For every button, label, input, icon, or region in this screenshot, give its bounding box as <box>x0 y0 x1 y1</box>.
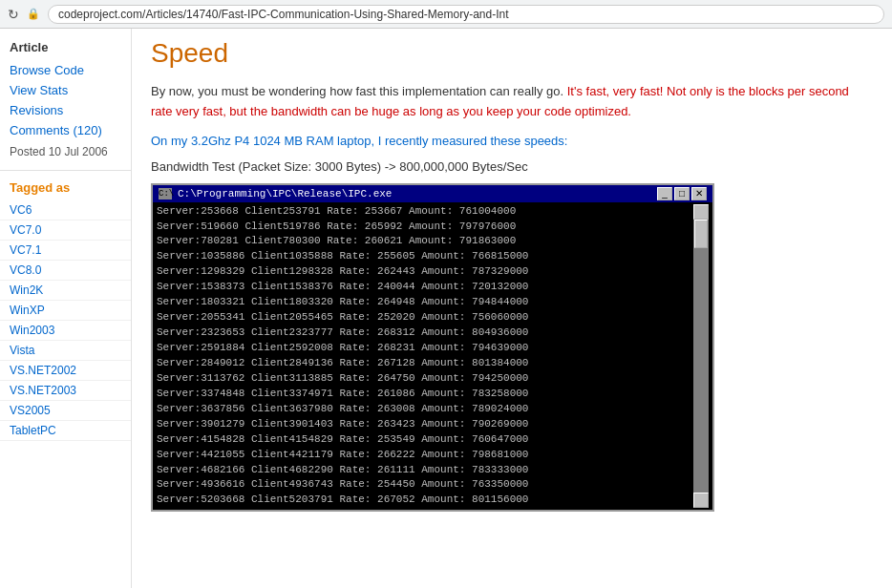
console-row: Server:2591884 Client2592008 Rate: 26823… <box>157 341 693 356</box>
tag-vc6[interactable]: VC6 <box>0 200 131 220</box>
tag-vc71[interactable]: VC7.1 <box>0 241 131 261</box>
address-bar[interactable]: codeproject.com/Articles/14740/Fast-IPC-… <box>48 5 884 24</box>
console-row: Server:4936616 Client4936743 Rate: 25445… <box>157 477 693 493</box>
page-container: Article Browse Code View Stats Revisions… <box>0 29 892 588</box>
minimize-button[interactable]: _ <box>657 187 672 200</box>
tag-vsnet2002[interactable]: VS.NET2002 <box>0 361 131 381</box>
console-row: Server:2055341 Client2055465 Rate: 25202… <box>157 310 693 326</box>
console-body: Server:253668 Client253791 Rate: 253667 … <box>153 202 712 511</box>
console-row: Server:2849012 Client2849136 Rate: 26712… <box>157 356 693 371</box>
tag-vista[interactable]: Vista <box>0 341 131 361</box>
browse-code-link[interactable]: Browse Code <box>0 60 131 80</box>
tag-tabletpc[interactable]: TabletPC <box>0 421 131 441</box>
comments-link[interactable]: Comments (120) <box>0 120 131 140</box>
scrollbar-thumb[interactable] <box>694 220 708 248</box>
tag-vc80[interactable]: VC8.0 <box>0 261 131 281</box>
console-row: Server:1803321 Client1803320 Rate: 26494… <box>157 295 693 310</box>
console-row: Server:3374848 Client3374971 Rate: 26108… <box>157 387 693 402</box>
console-row: Server:5203668 Client5203791 Rate: 26705… <box>157 493 693 508</box>
intro-highlight: It's fast, very fast! Not only is the bl… <box>151 84 849 118</box>
console-row: Server:4154828 Client4154829 Rate: 25354… <box>157 432 693 448</box>
tagged-as-title: Tagged as <box>0 177 131 200</box>
console-row: Server:519660 Client519786 Rate: 265992 … <box>157 220 693 235</box>
console-row: Server:3637856 Client3637980 Rate: 26300… <box>157 402 693 417</box>
tag-vc70[interactable]: VC7.0 <box>0 220 131 241</box>
article-section-title: Article <box>0 36 131 60</box>
bandwidth-text: Bandwidth Test (Packet Size: 3000 Bytes)… <box>151 159 873 174</box>
console-titlebar: C:\ C:\Programming\IPC\Release\IPC.exe _… <box>153 185 712 202</box>
view-stats-link[interactable]: View Stats <box>0 80 131 100</box>
console-row: Server:1298329 Client1298328 Rate: 26244… <box>157 264 693 280</box>
console-row: Server:3113762 Client3113885 Rate: 26475… <box>157 371 693 387</box>
reload-icon[interactable]: ↻ <box>8 7 19 22</box>
scrollbar-track[interactable] <box>693 220 709 494</box>
tag-vsnet2003[interactable]: VS.NET2003 <box>0 381 131 401</box>
console-row: Server:4421055 Client4421179 Rate: 26622… <box>157 448 693 463</box>
speed-link[interactable]: On my 3.2Ghz P4 1024 MB RAM laptop, I re… <box>151 134 567 148</box>
console-row: Server:3901279 Client3901403 Rate: 26342… <box>157 417 693 432</box>
scroll-down-arrow[interactable]: ▼ <box>693 493 709 508</box>
console-row: Server:1538373 Client1538376 Rate: 24004… <box>157 280 693 295</box>
console-body-inner: Server:253668 Client253791 Rate: 253667 … <box>157 204 709 509</box>
intro-paragraph: By now, you must be wondering how fast t… <box>151 82 873 122</box>
maximize-button[interactable]: □ <box>674 187 690 200</box>
tag-winxp[interactable]: WinXP <box>0 301 131 321</box>
posted-date: Posted 10 Jul 2006 <box>0 140 131 164</box>
console-row: Server:2323653 Client2323777 Rate: 26831… <box>157 326 693 341</box>
console-icon: C:\ <box>159 188 172 200</box>
speed-text: On my 3.2Ghz P4 1024 MB RAM laptop, I re… <box>151 134 873 148</box>
console-window: C:\ C:\Programming\IPC\Release\IPC.exe _… <box>151 183 714 513</box>
sidebar-divider <box>0 170 131 171</box>
console-row: Server:780281 Client780300 Rate: 260621 … <box>157 234 693 249</box>
console-row: Server:4682166 Client4682290 Rate: 26111… <box>157 463 693 478</box>
console-row: Server:253668 Client253791 Rate: 253667 … <box>157 204 693 220</box>
sidebar: Article Browse Code View Stats Revisions… <box>0 29 132 588</box>
console-titlebar-buttons: _ □ ✕ <box>657 187 707 200</box>
console-row: Server:1035886 Client1035888 Rate: 25560… <box>157 249 693 264</box>
page-title: Speed <box>151 38 873 69</box>
main-content: Speed By now, you must be wondering how … <box>132 29 892 588</box>
tag-vs2005[interactable]: VS2005 <box>0 401 131 421</box>
tag-win2003[interactable]: Win2003 <box>0 321 131 341</box>
browser-bar: ↻ 🔒 codeproject.com/Articles/14740/Fast-… <box>0 0 892 29</box>
console-title-text: C:\Programming\IPC\Release\IPC.exe <box>178 188 392 200</box>
console-text-area: Server:253668 Client253791 Rate: 253667 … <box>157 204 693 509</box>
tag-win2k[interactable]: Win2K <box>0 281 131 301</box>
close-button[interactable]: ✕ <box>691 187 707 200</box>
revisions-link[interactable]: Revisions <box>0 100 131 120</box>
lock-icon: 🔒 <box>27 8 40 20</box>
scroll-up-arrow[interactable]: ▲ <box>693 204 709 220</box>
console-titlebar-left: C:\ C:\Programming\IPC\Release\IPC.exe <box>159 188 392 200</box>
console-scrollbar[interactable]: ▲ ▼ <box>693 204 709 509</box>
